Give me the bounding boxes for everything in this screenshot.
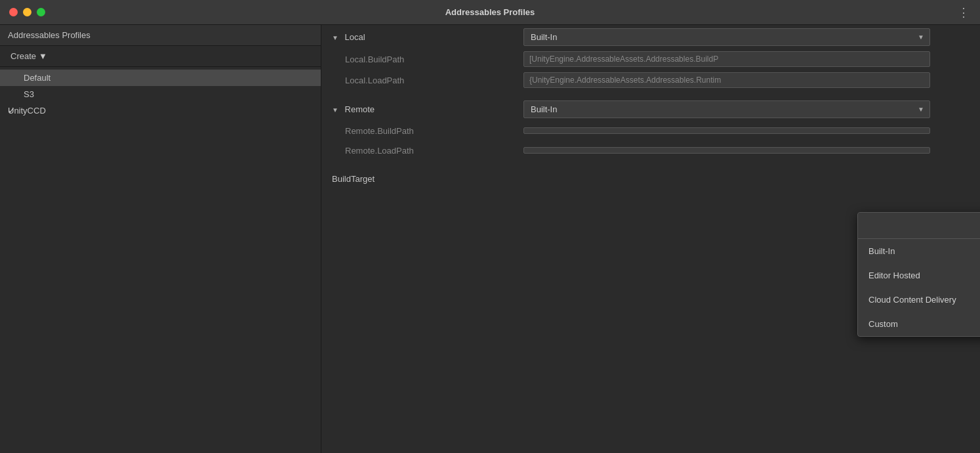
remote-section-label: ▼ Remote [321,97,518,121]
remote-dropdown-arrow-icon: ▼ [918,106,924,113]
popup-header: Bundle Locations [858,213,980,239]
remote-buildpath-value-cell [518,121,980,140]
panel-header: Addressables Profiles [0,25,321,46]
local-section-row: ▼ Local Built-In ▼ [321,25,980,49]
create-dropdown-arrow: ▼ [39,51,47,61]
profile-name-default: Default [24,73,51,83]
remote-triangle-icon: ▼ [332,106,338,114]
remote-label-text: Remote [345,104,375,114]
local-loadpath-value-cell: {UnityEngine.AddressableAssets.Addressab… [518,70,980,91]
local-dropdown[interactable]: Built-In ▼ [523,28,930,46]
local-loadpath-label: Local.LoadPath [321,70,518,91]
title-bar: Addressables Profiles ⋮ [0,0,980,25]
popup-item-cloud-content-delivery[interactable]: Cloud Content Delivery › [858,288,980,312]
build-target-label: BuildTarget [321,167,518,190]
remote-loadpath-value[interactable] [523,147,930,154]
local-buildpath-row: Local.BuildPath [UnityEngine.Addressable… [321,49,980,70]
right-panel: ▼ Local Built-In ▼ Local.BuildPath [Unit… [321,25,980,453]
popup-item-cloud-label: Cloud Content Delivery [868,295,956,305]
remote-loadpath-row: Remote.LoadPath [321,140,980,160]
build-target-value-cell [518,167,980,190]
local-dropdown-arrow-icon: ▼ [918,33,924,41]
remote-dropdown-cell: Built-In ▼ [518,97,980,121]
minimize-button[interactable] [23,8,31,16]
popup-item-builtin-label: Built-In [868,246,895,256]
menu-dots-icon[interactable]: ⋮ [958,5,971,20]
local-buildpath-label: Local.BuildPath [321,49,518,70]
panel-header-label: Addressables Profiles [8,30,91,40]
window-title: Addressables Profiles [445,7,535,17]
create-button-label: Create [10,51,36,61]
local-dropdown-value: Built-In [531,32,557,42]
window-controls [9,8,45,16]
profile-item-unityccd[interactable]: ✓ UnityCCD [0,102,321,119]
remote-loadpath-label: Remote.LoadPath [321,140,518,160]
local-triangle-icon: ▼ [332,34,338,41]
local-loadpath-row: Local.LoadPath {UnityEngine.AddressableA… [321,70,980,91]
profile-item-default[interactable]: Default [0,70,321,86]
local-buildpath-value[interactable]: [UnityEngine.AddressableAssets.Addressab… [523,51,930,67]
remote-buildpath-value[interactable] [523,127,930,134]
local-buildpath-value-cell: [UnityEngine.AddressableAssets.Addressab… [518,49,980,70]
remote-dropdown[interactable]: Built-In ▼ [523,100,930,118]
bundle-locations-popup: Bundle Locations Built-In Editor Hosted … [857,212,980,337]
popup-item-editor-hosted-label: Editor Hosted [868,270,920,280]
popup-item-custom[interactable]: Custom [858,312,980,336]
profile-item-s3[interactable]: S3 [0,86,321,102]
properties-table: ▼ Local Built-In ▼ Local.BuildPath [Unit… [321,25,980,190]
spacer-row [321,91,980,97]
profile-name-s3: S3 [24,89,34,99]
spacer-row-2 [321,160,980,167]
remote-buildpath-label: Remote.BuildPath [321,121,518,140]
build-target-row: BuildTarget [321,167,980,190]
popup-item-editor-hosted[interactable]: Editor Hosted [858,263,980,288]
close-button[interactable] [9,8,18,16]
remote-loadpath-value-cell [518,140,980,160]
local-dropdown-cell: Built-In ▼ [518,25,980,49]
local-section-label: ▼ Local [321,25,518,49]
create-button-row: Create ▼ [0,46,321,67]
left-panel: Addressables Profiles Create ▼ Default S… [0,25,321,453]
remote-section-row: ▼ Remote Built-In ▼ [321,97,980,121]
main-container: Addressables Profiles Create ▼ Default S… [0,25,980,453]
maximize-button[interactable] [37,8,45,16]
create-button[interactable]: Create ▼ [8,50,50,62]
popup-item-custom-label: Custom [868,319,898,329]
active-checkmark-icon: ✓ [8,106,15,116]
remote-dropdown-value: Built-In [531,104,557,114]
profile-list: Default S3 ✓ UnityCCD [0,67,321,121]
local-label-text: Local [345,32,365,42]
remote-buildpath-row: Remote.BuildPath [321,121,980,140]
local-loadpath-value[interactable]: {UnityEngine.AddressableAssets.Addressab… [523,72,930,88]
popup-item-builtin[interactable]: Built-In [858,239,980,263]
